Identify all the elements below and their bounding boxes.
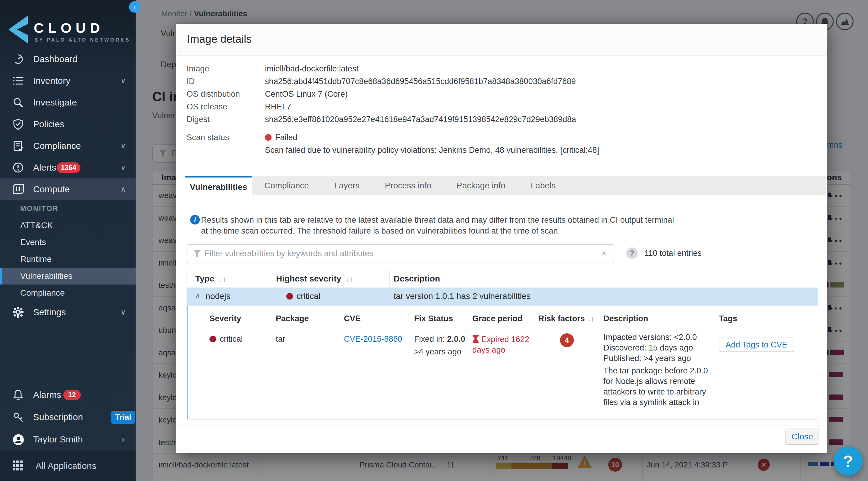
image-detail-fields: Imageimiell/bad-dockerfile:latestIDsha25…	[176, 64, 818, 127]
vulnerability-group-row[interactable]: ∧ nodejs critical tar version 1.0.1 has …	[187, 288, 818, 306]
sort-icon[interactable]: ↓↑	[219, 275, 226, 283]
help-fab-button[interactable]: ?	[834, 447, 863, 476]
sidebar-subitem-label: Events	[20, 237, 46, 247]
sidebar-item-label: Alarms	[33, 390, 61, 400]
sidebar-footer: Alarms12SubscriptionTrialTaylor Smith›	[0, 384, 135, 451]
sidebar-subitem-label: Runtime	[20, 254, 52, 264]
grid-icon	[13, 460, 24, 471]
field-label: ID	[187, 77, 195, 86]
dashboard-gauge-icon	[13, 54, 24, 64]
prisma-triangle-icon	[8, 16, 28, 43]
vulnerability-filter-input[interactable]: Filter vulnerabilities by keywords and a…	[187, 244, 614, 263]
sort-icon[interactable]: ↓↑	[587, 315, 594, 323]
tab-process-info[interactable]: Process info	[372, 176, 444, 195]
add-tags-to-cve-button[interactable]: Add Tags to CVE	[719, 338, 794, 352]
cve-grace-period-line2: days ago	[472, 345, 505, 355]
sidebar-collapse-button[interactable]: ‹	[129, 1, 141, 13]
subcol-risk-factors[interactable]: Risk factors ↓↑	[538, 314, 594, 323]
expanded-cve-panel: Severity Package CVE Fix Status Grace pe…	[187, 306, 818, 419]
column-header-type[interactable]: Type ↓↑	[195, 274, 226, 284]
sidebar-item-label: Taylor Smith	[33, 434, 83, 445]
sidebar-subitem-label: Compliance	[20, 288, 65, 298]
magnifier-icon	[13, 97, 24, 108]
sidebar-item-label: Compliance	[33, 141, 81, 151]
critical-dot-icon	[210, 336, 216, 342]
close-button[interactable]: Close	[785, 428, 819, 445]
avatar-icon	[13, 434, 24, 445]
footer-divider	[176, 425, 827, 426]
sidebar-item-policies[interactable]: Policies	[0, 113, 135, 135]
sidebar-item-inventory[interactable]: Inventory∨	[0, 70, 135, 92]
alarm-count-badge: 12	[63, 390, 81, 400]
column-header-description: Description	[394, 274, 440, 284]
sidebar-item-alarms[interactable]: Alarms12	[0, 384, 135, 406]
tab-labels[interactable]: Labels	[518, 176, 568, 195]
alert-count-badge: 1364	[57, 162, 81, 173]
sidebar-item-dashboard[interactable]: Dashboard	[0, 48, 135, 70]
sidebar-item-investigate[interactable]: Investigate	[0, 92, 135, 113]
field-value: imiell/bad-dockerfile:latest	[265, 64, 359, 73]
sidebar-item-settings[interactable]: Settings ∨	[0, 301, 135, 323]
field-label: Digest	[187, 115, 210, 124]
column-header-severity[interactable]: Highest severity ↓↑	[276, 274, 353, 284]
cve-description: Impacted versions: <2.0.0 Discovered: 15…	[603, 332, 715, 408]
scan-status-value: Failed	[265, 133, 298, 142]
field-value: sha256:e3eff861020a952e27e41618e947a3ad7…	[265, 115, 576, 124]
detail-field-row: Imageimiell/bad-dockerfile:latest	[176, 64, 818, 77]
prisma-cloud-app: Monitor / Vulnerabilities ? Vuln Depl CI…	[0, 0, 868, 481]
document-check-icon	[13, 140, 24, 151]
subcol-tags: Tags	[719, 314, 737, 323]
cve-severity: critical	[210, 334, 243, 344]
group-severity: critical	[286, 291, 320, 301]
vulnerability-groups-table: Type ↓↑ Highest severity ↓↑ Description …	[187, 270, 818, 419]
filter-help-icon[interactable]: ?	[626, 248, 638, 259]
funnel-icon	[193, 250, 201, 258]
sidebar-subitem-label: ATT&CK	[20, 221, 53, 230]
gear-icon	[13, 307, 24, 318]
detail-field-row: Digestsha256:e3eff861020a952e27e41618e94…	[176, 115, 818, 127]
chevron-icon: ∨	[121, 76, 126, 85]
sidebar-item-label: Settings	[33, 307, 66, 317]
tab-layers[interactable]: Layers	[321, 176, 372, 195]
clear-filter-icon[interactable]: ×	[601, 249, 607, 258]
detail-field-row: IDsha256:abd4f451ddb707c8e68a36d695456a5…	[176, 77, 818, 90]
sidebar-subitem-attck[interactable]: ATT&CK	[0, 217, 135, 234]
sidebar-item-taylor-smith[interactable]: Taylor Smith›	[0, 428, 135, 451]
modal-tabs: VulnerabilitiesComplianceLayersProcess i…	[185, 176, 826, 195]
sidebar-item-compute[interactable]: Compute∧	[0, 179, 135, 200]
cve-package: tar	[276, 334, 285, 344]
modal-header: Image details	[176, 24, 827, 56]
chevron-right-icon: ›	[122, 435, 124, 444]
subcol-cve: CVE	[344, 314, 361, 323]
group-description: tar version 1.0.1 has 2 vulnerabilities	[394, 291, 530, 301]
trial-badge: Trial	[111, 411, 135, 424]
cve-link[interactable]: CVE-2015-8860	[344, 334, 402, 344]
sidebar-item-alerts[interactable]: Alerts1364∨	[0, 157, 135, 179]
brand-name: CLOUD	[34, 20, 104, 36]
sidebar-subitem-vulnerabilities[interactable]: Vulnerabilities	[0, 268, 135, 285]
total-entries: 110 total entries	[644, 249, 702, 258]
sidebar-item-label: Policies	[33, 119, 64, 129]
info-text-line1: Results shown in this tab are relative t…	[201, 216, 674, 225]
risk-factor-count-badge[interactable]: 4	[560, 333, 574, 347]
subcol-package: Package	[276, 314, 309, 323]
failed-dot-icon	[265, 134, 272, 141]
collapse-caret-icon[interactable]: ∧	[195, 292, 200, 299]
tab-package-info[interactable]: Package info	[444, 176, 518, 195]
sidebar-submenu: ATT&CKEventsRuntimeVulnerabilitiesCompli…	[0, 217, 135, 301]
sidebar-subitem-runtime[interactable]: Runtime	[0, 251, 135, 268]
modal-title: Image details	[187, 33, 252, 45]
sidebar-item-all-applications[interactable]: All Applications	[0, 451, 135, 481]
tab-vulnerabilities[interactable]: Vulnerabilities	[185, 176, 252, 198]
tab-compliance[interactable]: Compliance	[252, 176, 321, 195]
sidebar-item-label: Alerts	[33, 162, 56, 173]
info-text-line2: at the time scan occurred. The threshold…	[201, 226, 560, 236]
field-value: sha256:abd4f451ddb707c8e68a36d695456a515…	[265, 77, 576, 86]
sidebar-subitem-events[interactable]: Events	[0, 234, 135, 251]
sidebar-subitem-compliance[interactable]: Compliance	[0, 285, 135, 301]
shield-check-icon	[13, 119, 24, 130]
detail-field-row: OS distributionCentOS Linux 7 (Core)	[176, 90, 818, 102]
sidebar-item-compliance[interactable]: Compliance∨	[0, 135, 135, 157]
sidebar-item-subscription[interactable]: SubscriptionTrial	[0, 406, 135, 428]
sort-icon[interactable]: ↓↑	[346, 275, 353, 283]
